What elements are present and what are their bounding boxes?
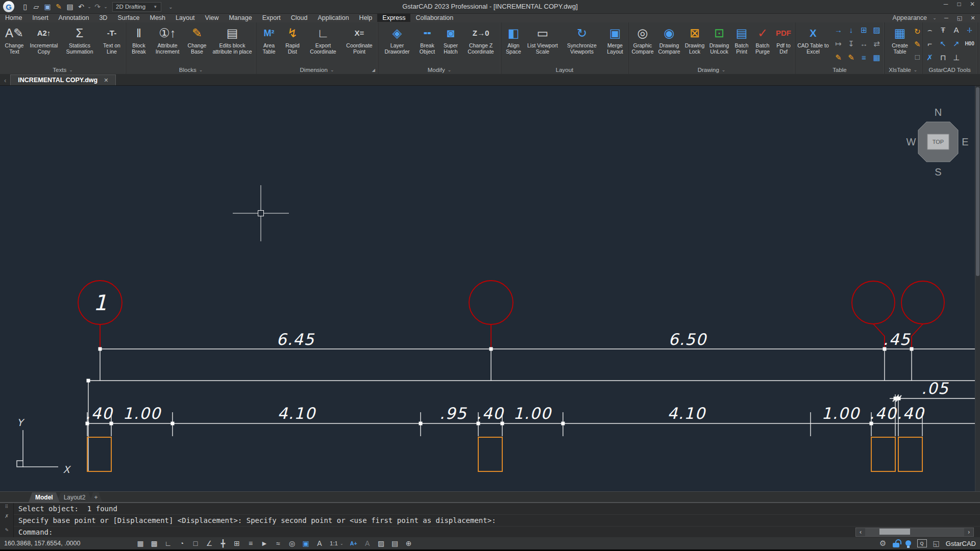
- area-table-button[interactable]: M² Area Table: [257, 23, 281, 65]
- lightbulb-icon[interactable]: [905, 540, 911, 546]
- table-tool-icon[interactable]: ⊞: [857, 23, 870, 36]
- command-edit-icon[interactable]: ✎: [5, 527, 9, 533]
- object-snap-tracking-toggle[interactable]: ∠: [203, 538, 216, 548]
- panel-footer-xlstable[interactable]: XlsTable⌄: [886, 65, 921, 74]
- redo-dropdown-caret-icon[interactable]: ⌄: [103, 4, 108, 9]
- settings-gear-icon[interactable]: ⚙: [879, 539, 886, 548]
- appearance-menu[interactable]: Appearance: [893, 14, 927, 21]
- unlock-icon[interactable]: [893, 543, 899, 547]
- tab-application[interactable]: Application: [312, 14, 354, 22]
- tab-layout2[interactable]: Layout2: [57, 492, 92, 502]
- command-close-icon[interactable]: ✗: [5, 512, 8, 519]
- command-drag-handle-icon[interactable]: ⠿: [5, 504, 9, 509]
- canvas-scrollbar-thumb[interactable]: [976, 87, 979, 276]
- panel-footer-layout[interactable]: Layout: [502, 65, 627, 74]
- tab-export[interactable]: Export: [257, 14, 286, 22]
- table-tool-icon[interactable]: →: [832, 23, 845, 36]
- change-text-button[interactable]: A✎ Change Text: [1, 23, 28, 65]
- view-compass[interactable]: TOP N W E S: [906, 107, 969, 178]
- add-layout-button[interactable]: +: [89, 492, 102, 502]
- undo-dropdown-caret-icon[interactable]: ⌄: [87, 4, 92, 9]
- lineweight-toggle[interactable]: ≡: [244, 538, 257, 548]
- gstarcad-tool-icon[interactable]: ⊓: [937, 51, 950, 64]
- drawing-canvas[interactable]: 1 6.45 6.50 .45 .40 1.00 4.10 .95 .40 1.…: [0, 85, 980, 491]
- gstarcad-tool-icon[interactable]: ⌐: [923, 37, 937, 50]
- open-file-icon[interactable]: ▱: [31, 3, 42, 11]
- doc-close-button[interactable]: ✕: [969, 15, 977, 21]
- table-tool-icon[interactable]: ↧: [845, 37, 857, 50]
- batch-purge-button[interactable]: ✓ Batch Purge: [752, 23, 773, 65]
- clean-screen-toggle[interactable]: ⊕: [402, 538, 415, 548]
- tab-home[interactable]: Home: [0, 14, 27, 22]
- scroll-right-icon[interactable]: ›: [964, 529, 973, 536]
- table-tool-icon[interactable]: ✎: [845, 51, 857, 64]
- command-line-window[interactable]: ⠿ ✗ ✎ Select object: 1 found Specify bas…: [0, 502, 980, 539]
- column-outlines[interactable]: [87, 437, 922, 471]
- gstarcad-tool-icon[interactable]: -|-: [963, 23, 976, 36]
- layer-draworder-button[interactable]: ◈ Layer Draworder: [379, 23, 415, 65]
- grid-display-toggle[interactable]: ▦: [134, 538, 147, 548]
- tab-collaboration[interactable]: Collaboration: [410, 14, 458, 22]
- update-table-icon[interactable]: ↻: [914, 25, 921, 38]
- table-tool-icon[interactable]: ✎: [832, 51, 845, 64]
- qat-overflow-caret-icon[interactable]: ⌄: [168, 4, 173, 10]
- polar-tracking-toggle[interactable]: ◔: [175, 538, 188, 548]
- panel-footer-table[interactable]: Table: [796, 65, 883, 74]
- text-on-line-button[interactable]: -T- Text on Line: [99, 23, 125, 65]
- new-file-icon[interactable]: ▯: [19, 3, 31, 11]
- list-viewport-scale-button[interactable]: ▭ List Viewport Scale: [525, 23, 560, 65]
- edit-block-attribute-button[interactable]: ▤ Edits block attribute in place: [210, 23, 255, 65]
- panel-footer-modify[interactable]: Modify⌄: [379, 65, 500, 74]
- tab-model[interactable]: Model: [29, 492, 60, 502]
- minimize-button[interactable]: ─: [939, 1, 952, 8]
- gstarcad-tool-icon[interactable]: H00: [963, 37, 976, 50]
- graphics-chip-icon[interactable]: Q: [917, 539, 927, 547]
- drawing-lock-button[interactable]: ⊠ Drawing Lock: [682, 23, 707, 65]
- snap-mode-toggle[interactable]: ▩: [148, 538, 161, 548]
- edit-table-icon[interactable]: ✎: [914, 38, 921, 51]
- block-break-button[interactable]: ‖ Block Break: [127, 23, 151, 65]
- change-z-coordinate-button[interactable]: Z→0 Change Z Coordinate: [462, 23, 500, 65]
- table-tool-icon[interactable]: ↔: [857, 37, 870, 50]
- tab-express[interactable]: Express: [377, 14, 410, 22]
- break-object-button[interactable]: ╍ Break Object: [415, 23, 439, 65]
- synchronize-viewports-button[interactable]: ↻ Synchronize Viewports: [560, 23, 603, 65]
- tab-insert[interactable]: Insert: [27, 14, 53, 22]
- panel-footer-gstarcad-tools[interactable]: GstarCAD Tools: [923, 65, 976, 74]
- fullscreen-icon[interactable]: ◱: [933, 539, 940, 547]
- panel-footer-dimension[interactable]: Dimension⌄ ◢: [257, 65, 377, 74]
- dimension-texts[interactable]: 1 6.45 6.50 .45 .40 1.00 4.10 .95 .40 1.…: [85, 290, 949, 422]
- gstarcad-tool-icon[interactable]: ↗: [950, 37, 963, 50]
- tab-manage[interactable]: Manage: [224, 14, 257, 22]
- super-hatch-button[interactable]: ◙ Super Hatch: [439, 23, 462, 65]
- incremental-copy-button[interactable]: A2↑ Incremental Copy: [28, 23, 60, 65]
- ortho-mode-toggle[interactable]: ∟: [161, 538, 175, 548]
- graphic-compare-button[interactable]: ◎ Graphic Compare: [629, 23, 656, 65]
- drawing-unlock-button[interactable]: ⊡ Drawing UnLock: [707, 23, 731, 65]
- cad-table-to-excel-button[interactable]: X CAD Table to Excel: [796, 23, 830, 65]
- document-tab[interactable]: INCREMENTAL COPY.dwg ✕: [10, 74, 116, 85]
- maximize-button[interactable]: □: [952, 1, 966, 8]
- panel-footer-blocks[interactable]: Blocks⌄: [127, 65, 255, 74]
- dynamic-ucs-toggle[interactable]: ╋: [216, 538, 230, 548]
- dimension-dialog-launcher-icon[interactable]: ◢: [372, 68, 375, 72]
- gstarcad-tool-icon[interactable]: Ŧ: [937, 23, 950, 36]
- table-tool-icon[interactable]: ↓: [845, 23, 857, 36]
- scrollbar-thumb[interactable]: [879, 529, 910, 535]
- workspace-selector[interactable]: 2D Drafting ▾: [112, 2, 161, 12]
- drawing-svg[interactable]: 1 6.45 6.50 .45 .40 1.00 4.10 .95 .40 1.…: [0, 85, 975, 491]
- tab-help[interactable]: Help: [354, 14, 378, 22]
- hardware-acceleration-toggle[interactable]: ▣: [299, 538, 312, 548]
- scrollbar-track[interactable]: [865, 528, 964, 536]
- rapid-dist-button[interactable]: ↯ Rapid Dist: [281, 23, 304, 65]
- print-icon[interactable]: ▤: [64, 3, 76, 11]
- table-tool-icon[interactable]: ▦: [870, 51, 883, 64]
- save-as-icon[interactable]: ✎: [53, 3, 64, 11]
- tab-scroll-left-icon[interactable]: ‹: [0, 77, 10, 85]
- annotation-scale-sync-toggle[interactable]: A: [361, 538, 374, 548]
- annotation-scale-selector[interactable]: 1:1 ⌄: [327, 540, 347, 546]
- tab-annotation[interactable]: Annotation: [54, 14, 94, 22]
- statistics-summation-button[interactable]: Σ Statistics Summation: [60, 23, 99, 65]
- balloon-callouts[interactable]: [78, 281, 944, 349]
- drawing-compare-button[interactable]: ◉ Drawing Compare: [656, 23, 682, 65]
